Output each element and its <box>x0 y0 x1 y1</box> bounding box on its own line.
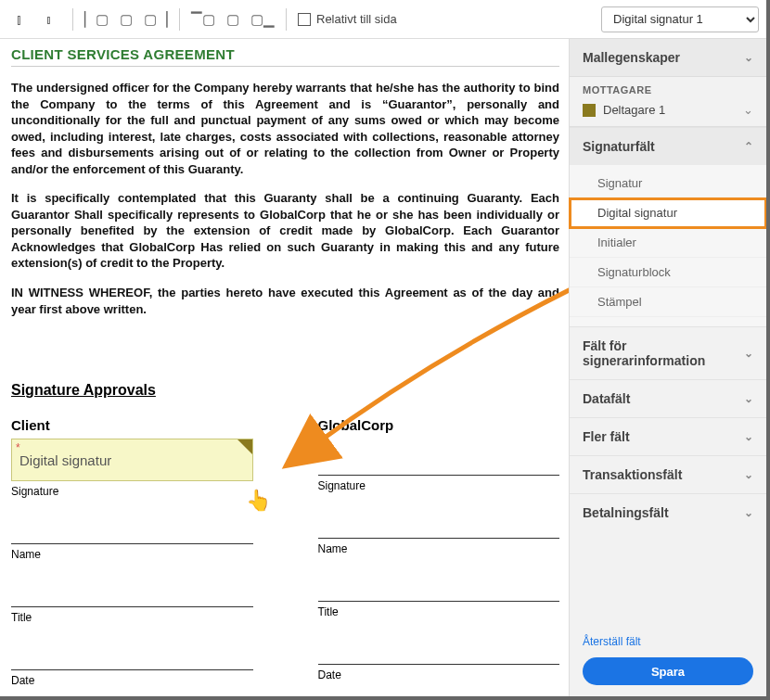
globalcorp-column: GlobalCorp Signature Name Title Date <box>318 417 560 687</box>
field-label: Digital signatur <box>19 452 111 468</box>
template-properties-header[interactable]: Mallegenskaper ⌄ <box>570 39 766 77</box>
size-width-icon[interactable]: ⫿ <box>7 7 32 32</box>
reset-fields-link[interactable]: Återställ fält <box>583 635 753 648</box>
group-label: Datafält <box>583 391 630 406</box>
digital-signature-field[interactable]: Digital signatur <box>11 439 253 481</box>
item-label: Stämpel <box>597 295 642 309</box>
field-item-stamp[interactable]: Stämpel <box>570 287 766 317</box>
payment-fields-group[interactable]: Betalningsfält ⌄ <box>570 493 766 531</box>
item-label: Initialer <box>597 235 636 249</box>
witness-line: IN WITNESS WHEREOF, the parties hereto h… <box>11 285 559 317</box>
group-label: Transaktionsfält <box>583 467 682 482</box>
client-heading: Client <box>11 417 253 433</box>
chevron-down-icon: ⌄ <box>744 468 753 481</box>
signature-approvals-heading: Signature Approvals <box>11 382 559 399</box>
title-line <box>318 565 560 602</box>
item-label: Digital signatur <box>597 206 677 220</box>
date-line <box>318 628 560 665</box>
separator <box>72 8 73 31</box>
reset-label: Återställ fält <box>583 635 641 648</box>
data-fields-group[interactable]: Datafält ⌄ <box>570 379 766 417</box>
align-right-icon[interactable]: ▢▕ <box>144 7 168 32</box>
participant-name: Deltagare 1 <box>603 103 665 117</box>
align-top-icon[interactable]: ▔▢ <box>191 7 215 32</box>
field-item-signature-block[interactable]: Signaturblock <box>570 258 766 287</box>
chevron-down-icon: ⌄ <box>744 347 753 360</box>
checkbox-icon <box>298 13 311 26</box>
client-column: Client Digital signatur Signature Name T… <box>11 417 253 687</box>
signature-fields-group[interactable]: Signaturfält ⌃ <box>570 127 766 165</box>
date-line <box>11 633 253 670</box>
signer-info-group[interactable]: Fält för signerarinformation ⌄ <box>570 326 766 379</box>
signature-label: Signature <box>11 485 253 498</box>
save-label: Spara <box>651 665 685 679</box>
relative-to-page-label: Relativt till sida <box>316 12 397 26</box>
transaction-fields-group[interactable]: Transaktionsfält ⌄ <box>570 455 766 493</box>
save-button[interactable]: Spara <box>583 657 753 685</box>
title-label: Title <box>11 611 253 624</box>
template-properties-label: Mallegenskaper <box>583 50 680 65</box>
align-center-icon[interactable]: ▢ <box>114 7 138 32</box>
paragraph: It is specifically contemplated that thi… <box>11 190 559 272</box>
paragraph: The undersigned officer for the Company … <box>11 80 559 177</box>
title-line <box>11 570 253 607</box>
name-label: Name <box>11 548 253 561</box>
group-label: Signaturfält <box>583 139 655 154</box>
signature-line <box>318 439 560 476</box>
field-selector-dropdown[interactable]: Digital signatur 1 <box>601 6 759 32</box>
document-canvas: CLIENT SERVICES AGREEMENT The undersigne… <box>0 39 569 696</box>
properties-sidebar: Mallegenskaper ⌄ MOTTAGARE Deltagare 1 ⌄… <box>569 39 766 696</box>
item-label: Signatur <box>597 176 642 190</box>
signature-label: Signature <box>318 479 560 492</box>
chevron-down-icon: ⌄ <box>743 103 753 117</box>
name-label: Name <box>318 542 560 555</box>
separator <box>286 8 287 31</box>
chevron-down-icon: ⌄ <box>744 430 753 443</box>
group-label: Fler fält <box>583 429 630 444</box>
document-title: CLIENT SERVICES AGREEMENT <box>11 46 559 67</box>
size-height-icon[interactable]: ⫾ <box>37 7 61 32</box>
field-item-digital-signature[interactable]: Digital signatur <box>570 198 766 228</box>
participant-row[interactable]: Deltagare 1 ⌄ <box>570 99 766 127</box>
field-item-signature[interactable]: Signatur <box>570 169 766 198</box>
item-label: Signaturblock <box>597 265 671 279</box>
name-line <box>11 507 253 544</box>
separator <box>179 8 180 31</box>
title-label: Title <box>318 605 560 618</box>
more-fields-group[interactable]: Fler fält ⌄ <box>570 417 766 455</box>
date-label: Date <box>318 668 560 681</box>
group-label: Betalningsfält <box>583 505 669 520</box>
chevron-down-icon: ⌄ <box>744 51 753 64</box>
align-bottom-icon[interactable]: ▢▁ <box>250 7 275 32</box>
relative-to-page[interactable]: Relativt till sida <box>298 12 397 26</box>
date-label: Date <box>11 674 253 687</box>
globalcorp-heading: GlobalCorp <box>318 417 560 433</box>
chevron-down-icon: ⌄ <box>744 506 753 519</box>
name-line <box>318 502 560 539</box>
group-label: Fält för signerarinformation <box>583 338 744 368</box>
align-left-icon[interactable]: ▏▢ <box>84 7 109 32</box>
signature-fields-items: Signatur Digital signatur Initialer Sign… <box>570 165 766 326</box>
field-item-initials[interactable]: Initialer <box>570 228 766 258</box>
align-middle-icon[interactable]: ▢ <box>221 7 245 32</box>
recipients-section-label: MOTTAGARE <box>570 77 766 99</box>
participant-color-swatch <box>583 104 596 117</box>
chevron-down-icon: ⌄ <box>744 392 753 405</box>
chevron-up-icon: ⌃ <box>744 140 753 153</box>
toolbar: ⫿ ⫾ ▏▢ ▢ ▢▕ ▔▢ ▢ ▢▁ Relativt till sida D… <box>0 0 766 39</box>
